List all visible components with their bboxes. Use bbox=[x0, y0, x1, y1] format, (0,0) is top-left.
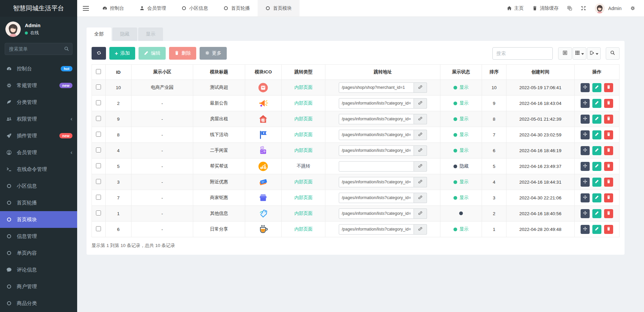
sidebar-item-general[interactable]: 常规管理new bbox=[0, 77, 77, 94]
filter-tab-2[interactable]: 显示 bbox=[138, 27, 163, 41]
edit-row-button[interactable] bbox=[592, 115, 601, 124]
columns-button[interactable] bbox=[573, 47, 586, 60]
sidebar-item-home-carousel[interactable]: 首页轮播 bbox=[0, 194, 77, 211]
delete-row-button[interactable] bbox=[604, 193, 613, 202]
row-checkbox[interactable] bbox=[96, 210, 101, 215]
menu-toggle-icon[interactable] bbox=[77, 0, 95, 16]
delete-row-button[interactable] bbox=[604, 178, 613, 187]
row-checkbox[interactable] bbox=[96, 179, 101, 184]
language-icon[interactable] bbox=[567, 6, 572, 11]
tab-home-module[interactable]: 首页模块 bbox=[258, 0, 300, 16]
sidebar-item-permission[interactable]: 权限管理‹ bbox=[0, 111, 77, 127]
tab-console[interactable]: 控制台 bbox=[95, 0, 132, 16]
sidebar-item-goods-category[interactable]: 商品分类 bbox=[0, 295, 77, 312]
jump-url-input[interactable] bbox=[339, 82, 414, 93]
add-button[interactable]: +添加 bbox=[109, 47, 135, 60]
jump-url-input[interactable] bbox=[339, 130, 414, 140]
toggle-view-button[interactable] bbox=[558, 47, 572, 60]
jump-url-input[interactable] bbox=[339, 145, 414, 156]
more-button[interactable]: 更多 bbox=[200, 47, 227, 60]
move-row-button[interactable] bbox=[581, 209, 590, 218]
jump-url-input[interactable] bbox=[339, 177, 414, 187]
move-row-button[interactable] bbox=[581, 193, 590, 202]
sidebar-item-community-info[interactable]: 小区信息 bbox=[0, 178, 77, 194]
row-checkbox[interactable] bbox=[96, 147, 101, 152]
navbar-user-avatar[interactable] bbox=[595, 3, 605, 13]
filter-tab-1[interactable]: 隐藏 bbox=[112, 27, 137, 41]
sidebar-item-comments[interactable]: 评论信息 bbox=[0, 261, 77, 278]
sidebar-item-online-command[interactable]: 在线命令管理 bbox=[0, 161, 77, 178]
delete-row-button[interactable] bbox=[604, 162, 613, 171]
sidebar-item-merchant[interactable]: 商户管理 bbox=[0, 278, 77, 295]
edit-row-button[interactable] bbox=[592, 146, 601, 155]
delete-row-button[interactable] bbox=[604, 130, 613, 139]
filter-tab-0[interactable]: 全部 bbox=[87, 27, 111, 41]
jump-url-input[interactable] bbox=[339, 208, 414, 219]
row-checkbox[interactable] bbox=[96, 163, 101, 168]
select-all-checkbox[interactable] bbox=[96, 69, 101, 74]
move-row-button[interactable] bbox=[581, 115, 590, 124]
link-button[interactable] bbox=[414, 98, 427, 109]
edit-button[interactable]: 编辑 bbox=[139, 47, 166, 60]
link-button[interactable] bbox=[414, 130, 427, 140]
sidebar-item-home-module[interactable]: 首页模块 bbox=[0, 211, 77, 228]
jump-url-input[interactable] bbox=[339, 224, 414, 235]
sidebar-item-info-manage[interactable]: 信息管理 bbox=[0, 228, 77, 245]
link-button[interactable] bbox=[414, 224, 427, 235]
sidebar-search-input[interactable] bbox=[5, 43, 72, 55]
tab-home-carousel[interactable]: 首页轮播 bbox=[216, 0, 258, 16]
edit-row-button[interactable] bbox=[592, 99, 601, 108]
row-checkbox[interactable] bbox=[96, 132, 101, 137]
edit-row-button[interactable] bbox=[592, 193, 601, 202]
fullscreen-icon[interactable] bbox=[581, 6, 586, 11]
move-row-button[interactable] bbox=[581, 99, 590, 108]
search-button[interactable] bbox=[606, 47, 620, 60]
delete-row-button[interactable] bbox=[604, 209, 613, 218]
link-button[interactable] bbox=[414, 82, 427, 93]
link-button[interactable] bbox=[414, 114, 427, 124]
export-button[interactable] bbox=[587, 47, 601, 60]
clear-cache-link[interactable]: 清除缓存 bbox=[532, 5, 558, 11]
sidebar-item-console[interactable]: 控制台hot bbox=[0, 60, 77, 77]
row-checkbox[interactable] bbox=[96, 195, 101, 200]
move-row-button[interactable] bbox=[581, 178, 590, 187]
jump-url-input[interactable] bbox=[339, 98, 414, 109]
move-row-button[interactable] bbox=[581, 83, 590, 92]
settings-gears-icon[interactable] bbox=[630, 6, 635, 11]
row-checkbox[interactable] bbox=[96, 116, 101, 121]
tab-community-info[interactable]: 小区信息 bbox=[174, 0, 216, 16]
refresh-button[interactable] bbox=[92, 47, 106, 60]
sidebar-item-single-page[interactable]: 单页内容 bbox=[0, 245, 77, 261]
delete-row-button[interactable] bbox=[604, 83, 613, 92]
table-search-input[interactable] bbox=[492, 47, 553, 60]
move-row-button[interactable] bbox=[581, 146, 590, 155]
navbar-username[interactable]: Admin bbox=[608, 6, 622, 11]
edit-row-button[interactable] bbox=[592, 225, 601, 234]
jump-url-input[interactable] bbox=[339, 114, 414, 124]
row-checkbox[interactable] bbox=[96, 84, 101, 89]
move-row-button[interactable] bbox=[581, 225, 590, 234]
link-button[interactable] bbox=[414, 161, 427, 172]
link-button[interactable] bbox=[414, 208, 427, 219]
user-avatar[interactable] bbox=[5, 21, 21, 37]
sidebar-item-category[interactable]: 分类管理 bbox=[0, 94, 77, 111]
sidebar-item-member[interactable]: 会员管理‹ bbox=[0, 144, 77, 161]
edit-row-button[interactable] bbox=[592, 209, 601, 218]
link-button[interactable] bbox=[414, 193, 427, 203]
edit-row-button[interactable] bbox=[592, 83, 601, 92]
delete-row-button[interactable] bbox=[604, 115, 613, 124]
link-button[interactable] bbox=[414, 177, 427, 187]
jump-url-input[interactable] bbox=[339, 161, 414, 172]
link-button[interactable] bbox=[414, 145, 427, 156]
home-link[interactable]: 主页 bbox=[507, 5, 524, 11]
move-row-button[interactable] bbox=[581, 162, 590, 171]
edit-row-button[interactable] bbox=[592, 162, 601, 171]
jump-url-input[interactable] bbox=[339, 193, 414, 203]
row-checkbox[interactable] bbox=[96, 226, 101, 231]
delete-row-button[interactable] bbox=[604, 99, 613, 108]
tab-member[interactable]: 会员管理 bbox=[132, 0, 174, 16]
move-row-button[interactable] bbox=[581, 130, 590, 139]
delete-row-button[interactable] bbox=[604, 146, 613, 155]
delete-button[interactable]: 删除 bbox=[169, 47, 196, 60]
delete-row-button[interactable] bbox=[604, 225, 613, 234]
